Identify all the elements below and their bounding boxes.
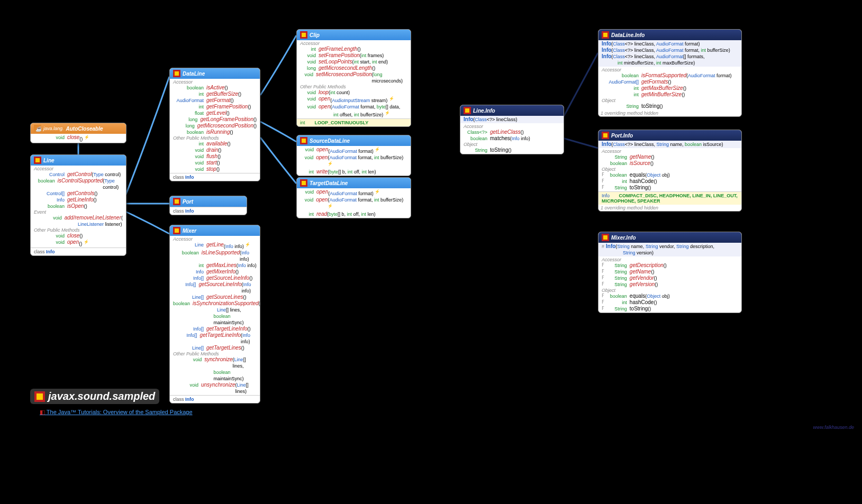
class-title: Line.Info (473, 108, 495, 114)
svg-rect-16 (302, 181, 306, 185)
tutorial-link[interactable]: ◧ The Java™ Tutorials: Overview of the S… (40, 409, 193, 416)
svg-rect-20 (603, 33, 607, 37)
class-title: DataLine.Info (611, 32, 645, 38)
package-icon (34, 391, 45, 402)
class-icon (464, 107, 471, 114)
svg-rect-14 (302, 139, 306, 143)
class-title: Line (43, 158, 55, 163)
svg-rect-10 (175, 228, 179, 233)
interface-icon: ☕ (34, 125, 41, 132)
class-sourcedataline: SourceDataLine voidopen (AudioFormat for… (296, 135, 411, 176)
class-mixer: Mixer Accessor LinegetLine (Info info) ⚡… (169, 225, 260, 404)
class-title: TargetDataLine (310, 180, 348, 186)
class-title: Clip (310, 32, 320, 38)
svg-text:☕: ☕ (35, 125, 41, 132)
class-title: Port.Info (611, 133, 633, 139)
site-link[interactable]: www.falkhausen.de (813, 425, 854, 430)
class-mixerinfo: Mixer.Info #Info (String name, String ve… (598, 232, 742, 313)
class-title: Mixer.Info (611, 235, 636, 241)
interface-icon (173, 70, 180, 77)
svg-rect-12 (302, 33, 306, 37)
class-lineinfo: Line.Info Info (Class<?> lineClass) Acce… (460, 105, 564, 154)
svg-rect-26 (37, 393, 43, 400)
package-title: javax.sound.sampled (30, 389, 159, 404)
class-title: SourceDataLine (310, 138, 350, 144)
class-dataline: DataLine Accessor booleanisActive () int… (169, 68, 260, 181)
svg-rect-18 (465, 108, 469, 113)
class-clip: Clip Accessor intgetFrameLength () voids… (296, 29, 411, 127)
interface-icon (300, 31, 307, 39)
svg-rect-24 (603, 235, 607, 240)
interface-icon (173, 227, 180, 234)
interface-icon (300, 137, 307, 144)
method-name: close (67, 134, 79, 142)
class-title: Mixer (183, 228, 196, 234)
svg-rect-8 (175, 199, 179, 204)
class-line: Line Accessor ControlgetControl (Type co… (30, 154, 126, 256)
class-title: DataLine (183, 71, 205, 77)
class-icon (602, 132, 609, 139)
info-link[interactable]: Info (185, 397, 194, 402)
class-title: AutoCloseable (66, 126, 103, 132)
info-link[interactable]: Info (46, 249, 55, 254)
class-port: Port class Info (169, 196, 247, 215)
interface-icon (34, 157, 41, 164)
class-datalineinfo: DataLine.Info Info (Class<?> lineClass, … (598, 29, 742, 117)
class-title: Port (183, 199, 193, 205)
info-link[interactable]: Info (185, 175, 194, 180)
class-header: ☕ java.lang.AutoCloseable (31, 123, 126, 134)
svg-rect-6 (175, 71, 179, 76)
info-link[interactable]: Info (185, 208, 194, 214)
svg-rect-22 (603, 133, 607, 138)
svg-rect-4 (35, 158, 40, 162)
constant: COMPACT_DISC, HEADPHONE, LINE_IN, LINE_O… (602, 193, 738, 204)
class-portinfo: Port.Info Info (Class<?> lineClass, Stri… (598, 130, 742, 212)
class-targetdataline: TargetDataLine voidopen (AudioFormat for… (296, 177, 411, 218)
class-icon (602, 234, 609, 241)
class-header: Line (31, 155, 126, 166)
class-autocloseable: ☕ java.lang.AutoCloseable voidclose () ⚡ (30, 123, 126, 143)
interface-icon (300, 179, 307, 187)
interface-icon (173, 198, 180, 205)
class-icon (602, 31, 609, 39)
constant: LOOP_CONTINUOUSLY (315, 120, 369, 125)
